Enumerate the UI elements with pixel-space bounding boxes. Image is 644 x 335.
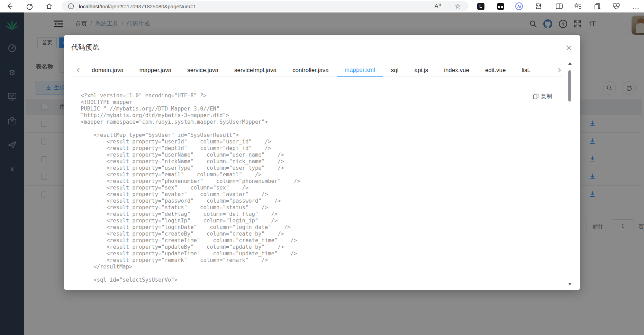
code-line: <result property="updateTime" column="up… [81,250,558,257]
site-info-icon[interactable] [67,0,75,12]
code-viewer[interactable]: <?xml version="1.0" encoding="UTF-8" ?><… [81,92,558,286]
code-line: <?xml version="1.0" encoding="UTF-8" ?> [81,92,558,99]
file-tabs: domain.javamapper.javaservice.javaservic… [84,64,538,77]
code-line: <result property="updateBy" column="upda… [81,244,558,250]
l-extension-icon: L [477,3,484,10]
dialog-title: 代码预览 [71,43,99,52]
url-text[interactable]: localhost/tool/gen?t=1709371825080&pageN… [79,0,196,12]
heart-pulse-icon [613,3,620,10]
code-line: <result property="userName" column="user… [81,152,558,158]
dialog-close-button[interactable] [564,43,573,52]
code-line: <result property="deptId" column="dept_i… [81,145,558,152]
code-line: <result property="avatar" column="avatar… [81,191,558,198]
code-line: <result property="password" column="pass… [81,198,558,204]
browser-essentials-button[interactable] [612,0,620,12]
toolbar-divider [551,3,551,9]
home-icon [46,3,53,10]
pages-plus-icon [594,3,601,10]
code-line: <result property="createBy" column="crea… [81,231,558,237]
code-line: <mapper namespace="com.ruoyi.system.mapp… [81,119,558,125]
file-tab-domain-java[interactable]: domain.java [84,64,131,77]
ai-extension-icon: Ai [515,2,523,10]
tabs-scroll-right-button[interactable] [557,67,562,73]
code-line: <resultMap type="SysUser" id="SysUserRes… [81,132,558,139]
file-tab-mapper-xml[interactable]: mapper.xml [337,64,383,77]
code-line: <result property="remark" column="remark… [81,257,558,264]
extensions-menu-button[interactable] [534,0,543,12]
code-line: <result property="sex" column="sex" /> [81,185,558,191]
close-icon [566,45,572,51]
code-preview-dialog: 代码预览 domain.javamapper.javaservice.javas… [64,35,580,290]
app-window: ⚙ ¥ 首页 / 系统工具 / [0,12,644,335]
url-path: /tool/gen?t=1709371825080&pageNum=1 [99,3,196,9]
extension-ai-button[interactable]: Ai [515,0,523,12]
tabs-scroll-left-button[interactable] [76,67,81,73]
puzzle-icon [535,3,542,10]
dots-extension-icon [497,3,504,10]
code-line: PUBLIC "-//mybatis.org//DTD Mapper 3.0//… [81,106,558,112]
code-line: <result property="userId" column="user_i… [81,139,558,145]
code-line: <result property="createTime" column="cr… [81,237,558,244]
favorites-list-icon [574,3,582,10]
extension-l-button[interactable]: L [477,0,485,12]
code-line [81,270,558,277]
code-line: <result property="delFlag" column="del_f… [81,211,558,218]
split-screen-button[interactable] [555,0,563,12]
code-line: <result property="status" column="status… [81,204,558,211]
scroll-up-arrow-icon[interactable] [568,62,572,65]
code-line: <result property="loginDate" column="log… [81,224,558,231]
collections-button[interactable] [574,0,582,12]
code-line: <result property="email" column="email" … [81,171,558,178]
dialog-scrollbar[interactable] [568,61,572,290]
browser-refresh-button[interactable] [25,0,34,12]
code-line: "http://mybatis.org/dtd/mybatis-3-mapper… [81,112,558,119]
extension-dots-button[interactable] [496,0,505,12]
code-line: <!DOCTYPE mapper [81,99,558,106]
code-line: <result property="phonenumber" column="p… [81,178,558,185]
code-line: <result property="nickName" column="nick… [81,158,558,165]
chevron-right-icon [556,68,561,72]
code-line [81,125,558,132]
favorite-star-button[interactable]: ☆ [454,0,462,12]
scroll-down-arrow-icon[interactable] [568,283,572,285]
browser-back-button[interactable] [6,0,14,12]
code-line: </resultMap> [81,264,558,270]
star-icon: ☆ [455,2,461,10]
file-tab-index-vue[interactable]: index.vue [436,64,477,77]
more-options-icon: … [633,2,640,10]
file-tab-edit-vue[interactable]: edit.vue [477,64,514,77]
code-line: <result property="loginIp" column="login… [81,218,558,224]
screen: localhost/tool/gen?t=1709371825080&pageN… [0,0,644,335]
browser-settings-button[interactable]: … [632,0,640,12]
file-tab-list[interactable]: list. [514,64,538,77]
read-aloud-icon: A [435,3,438,9]
scrollbar-thumb[interactable] [568,70,571,102]
code-line: <result property="userType" column="user… [81,165,558,171]
file-tab-sql[interactable]: sql [383,64,407,77]
copilot-sidebar-button[interactable] [593,0,602,12]
file-tab-serviceImpl-java[interactable]: serviceImpl.java [226,64,284,77]
file-tab-mapper-java[interactable]: mapper.java [131,64,180,77]
chevron-left-icon [77,68,81,72]
file-tab-service-java[interactable]: service.java [179,64,226,77]
refresh-icon [26,3,33,10]
split-screen-icon [556,3,563,9]
code-line: <sql id="selectSysUserVo"> [81,277,558,283]
url-host: localhost [79,3,99,9]
browser-home-button[interactable] [45,0,53,12]
browser-toolbar: localhost/tool/gen?t=1709371825080&pageN… [0,0,644,12]
back-arrow-icon [6,3,13,10]
read-aloud-button[interactable]: A [434,0,442,12]
file-tab-controller-java[interactable]: controller.java [284,64,337,77]
file-tabs-bar: domain.javamapper.javaservice.javaservic… [71,64,563,77]
file-tab-api-js[interactable]: api.js [406,64,436,77]
